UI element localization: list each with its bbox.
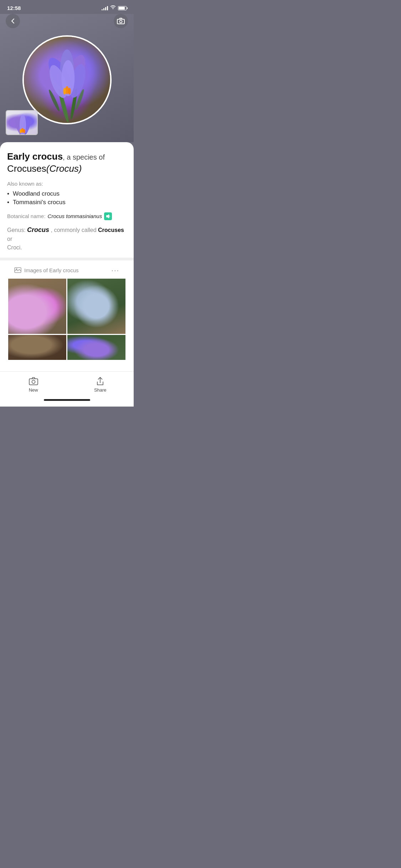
svg-point-19 bbox=[20, 129, 22, 133]
svg-point-11 bbox=[63, 88, 66, 94]
new-label: New bbox=[29, 387, 38, 393]
wifi-icon bbox=[110, 5, 116, 11]
botanical-row: Botanical name: Crocus tommasinianus bbox=[7, 212, 127, 220]
genus-period: . bbox=[20, 244, 22, 250]
also-known-label: Also known as: bbox=[7, 181, 127, 187]
genus-alt: Croci bbox=[7, 244, 20, 250]
grid-image-1[interactable] bbox=[8, 279, 66, 334]
genus-name: Crocus bbox=[27, 226, 49, 233]
images-icon bbox=[14, 267, 21, 273]
images-header: Images of Early crocus ··· bbox=[7, 266, 127, 274]
section-divider bbox=[0, 258, 134, 260]
battery-icon bbox=[118, 6, 127, 10]
main-name: Early crocus bbox=[7, 151, 63, 162]
species-of-label: , a species of bbox=[63, 153, 105, 161]
svg-point-12 bbox=[68, 88, 71, 94]
bottom-bar: New Share bbox=[0, 371, 134, 396]
svg-rect-0 bbox=[117, 19, 124, 24]
thumbnail-area[interactable] bbox=[6, 110, 38, 135]
sound-button[interactable] bbox=[104, 212, 112, 220]
share-icon bbox=[96, 377, 105, 386]
home-bar bbox=[44, 399, 90, 401]
camera-icon bbox=[29, 377, 38, 386]
genus-common-term: Crocuses bbox=[98, 227, 124, 233]
images-title-row: Images of Early crocus bbox=[14, 267, 79, 273]
genus-scientific: (Crocus) bbox=[46, 163, 82, 174]
botanical-name: Crocus tommasinianus bbox=[48, 213, 102, 219]
svg-point-1 bbox=[120, 20, 122, 23]
signal-icon bbox=[102, 6, 108, 10]
genus-common-name: Crocuses bbox=[7, 163, 46, 174]
aka-list: Woodland crocus Tommasini's crocus bbox=[7, 190, 127, 207]
grid-image-4[interactable] bbox=[67, 335, 125, 360]
genus-description: , commonly called bbox=[51, 227, 97, 233]
images-title: Images of Early crocus bbox=[24, 267, 79, 273]
botanical-label: Botanical name: bbox=[7, 213, 46, 219]
aka-item-1: Woodland crocus bbox=[7, 190, 127, 198]
home-indicator bbox=[0, 396, 134, 407]
svg-point-18 bbox=[21, 128, 24, 133]
svg-rect-26 bbox=[29, 379, 38, 385]
species-title: Early crocus, a species of Crocuses(Croc… bbox=[7, 151, 127, 175]
svg-point-20 bbox=[24, 129, 25, 133]
photo-area bbox=[0, 14, 134, 142]
time-display: 12:58 bbox=[7, 5, 21, 11]
images-grid bbox=[7, 279, 127, 360]
share-button[interactable]: Share bbox=[67, 374, 134, 395]
grid-image-2[interactable] bbox=[67, 279, 125, 334]
grid-image-3[interactable] bbox=[8, 335, 66, 360]
share-label: Share bbox=[94, 387, 107, 393]
genus-or: or bbox=[7, 236, 12, 242]
genus-info: Genus: Crocus , commonly called Crocuses… bbox=[7, 225, 127, 252]
info-card: Early crocus, a species of Crocuses(Croc… bbox=[0, 142, 134, 371]
status-icons bbox=[102, 5, 127, 11]
aka-item-2: Tommasini's crocus bbox=[7, 198, 127, 207]
svg-marker-23 bbox=[106, 214, 109, 218]
thumbnail-image[interactable] bbox=[6, 110, 38, 135]
images-section: Images of Early crocus ··· bbox=[7, 260, 127, 366]
svg-point-27 bbox=[32, 380, 35, 383]
more-button[interactable]: ··· bbox=[111, 266, 119, 274]
genus-label: Genus: bbox=[7, 227, 26, 233]
new-button[interactable]: New bbox=[0, 374, 67, 395]
status-bar: 12:58 bbox=[0, 0, 134, 14]
svg-line-21 bbox=[19, 134, 20, 135]
